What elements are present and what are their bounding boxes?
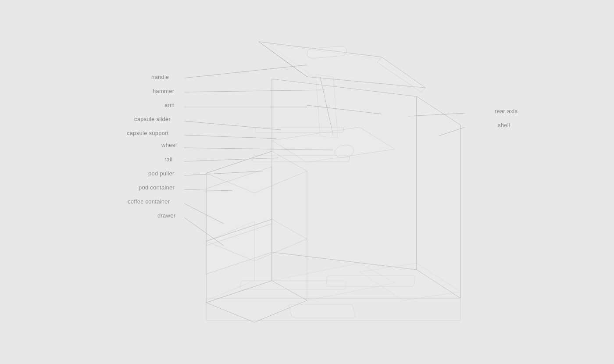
- label-pod-puller: pod puller: [148, 170, 175, 177]
- diagram-container: .part { fill: rgba(235,235,235,0.3); str…: [0, 0, 614, 364]
- label-shell: shell: [498, 122, 510, 128]
- label-handle: handle: [151, 74, 169, 80]
- svg-rect-22: [289, 305, 356, 317]
- label-rear-axis: rear axis: [495, 108, 518, 114]
- svg-rect-26: [326, 275, 415, 286]
- svg-line-29: [184, 65, 307, 78]
- label-hammer: hammer: [153, 88, 174, 94]
- label-rail: rail: [164, 156, 172, 163]
- label-coffee-container: coffee container: [128, 198, 170, 205]
- label-capsule-support: capsule support: [127, 130, 169, 136]
- label-wheel: wheel: [161, 142, 177, 148]
- machine-illustration: .part { fill: rgba(235,235,235,0.3); str…: [0, 0, 614, 364]
- label-pod-container: pod container: [139, 184, 175, 191]
- svg-line-33: [184, 135, 276, 139]
- label-drawer: drawer: [157, 212, 175, 219]
- label-capsule-slider: capsule slider: [134, 116, 171, 122]
- label-arm: arm: [164, 102, 175, 108]
- svg-rect-15: [255, 127, 344, 132]
- svg-line-32: [184, 121, 281, 130]
